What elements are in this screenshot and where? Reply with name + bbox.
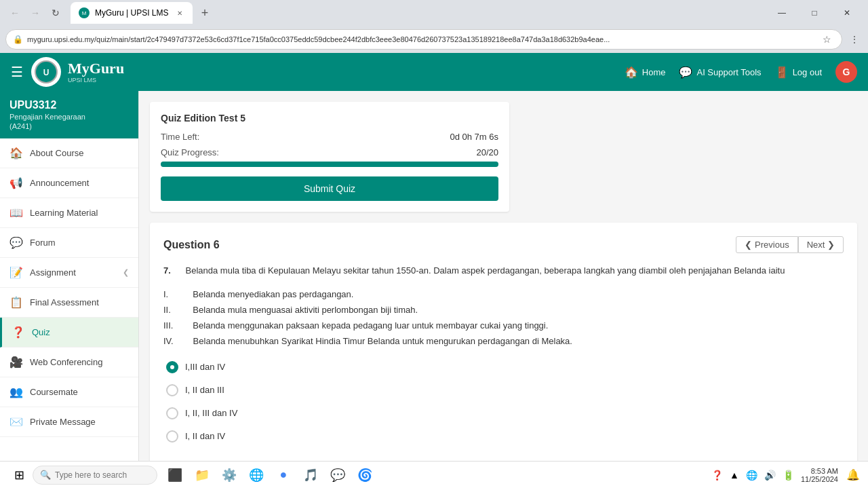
sidebar-label-announcement: Announcement (30, 178, 89, 188)
tab-close-button[interactable]: ✕ (175, 8, 184, 18)
quiz-info-card: Quiz Edition Test 5 Time Left: 0d 0h 7m … (150, 102, 509, 212)
file-manager-icon[interactable]: 📁 (190, 463, 214, 487)
browser-icon[interactable]: 🌐 (244, 463, 269, 487)
option-3[interactable]: I, II, III dan IV (163, 402, 844, 425)
browser-chrome: ← → ↻ M MyGuru | UPSI LMS ✕ + — □ ✕ (0, 0, 868, 26)
tray-volume-icon[interactable]: 🔊 (763, 468, 777, 482)
start-button[interactable]: ⊞ (5, 464, 33, 486)
sidebar-item-about-course[interactable]: 🏠 About Course (0, 138, 138, 168)
radio-option-3[interactable] (166, 407, 178, 419)
address-bar[interactable]: 🔒 myguru.upsi.edu.my/quiz/main/start/2c4… (5, 29, 842, 50)
assignment-arrow: ❮ (123, 268, 129, 277)
progress-label: Quiz Progress: (161, 147, 219, 157)
hamburger-menu[interactable]: ☰ (11, 64, 23, 80)
sidebar-label-assignment: Assignment (30, 267, 76, 278)
statement-IV: IV. Belanda menubuhkan Syarikat Hindia T… (163, 333, 844, 349)
sidebar: UPU3312 Pengajian Kenegaraan (A241) 🏠 Ab… (0, 91, 139, 488)
sidebar-item-announcement[interactable]: 📢 Announcement (0, 168, 138, 198)
tab-bar: M MyGuru | UPSI LMS ✕ + (71, 2, 761, 24)
task-view-icon[interactable]: ⬛ (163, 463, 187, 487)
search-box[interactable]: 🔍 (33, 466, 157, 485)
clock-area[interactable]: 8:53 AM 11/25/2024 (795, 466, 844, 485)
ai-support-link[interactable]: 💬 AI Support Tools (679, 66, 761, 79)
question-number: 7. (163, 265, 171, 276)
back-button[interactable]: ← (5, 3, 24, 22)
sidebar-label-private-message: Private Message (30, 417, 96, 427)
logo-image: U (31, 57, 61, 87)
tray-expand-icon[interactable]: ▲ (728, 468, 741, 482)
tray-network-icon[interactable]: 🌐 (745, 468, 759, 482)
statement-III: III. Belanda menggunakan paksaan kepada … (163, 318, 844, 333)
new-tab-button[interactable]: + (195, 3, 214, 22)
sidebar-item-quiz[interactable]: ❓ Quiz (0, 318, 138, 348)
option-2[interactable]: I, II dan III (163, 379, 844, 402)
logout-label: Log out (793, 67, 822, 77)
chrome-icon[interactable]: ● (271, 463, 296, 487)
option-1[interactable]: I,III dan IV (163, 356, 844, 379)
sidebar-item-coursemate[interactable]: 👥 Coursemate (0, 377, 138, 407)
option-4-text: I, II dan IV (185, 431, 225, 441)
clock-date: 11/25/2024 (801, 475, 838, 483)
home-link[interactable]: 🏠 Home (625, 66, 666, 79)
next-button-top[interactable]: Next ❯ (798, 236, 844, 253)
announcement-icon: 📢 (9, 176, 23, 189)
sidebar-item-private-message[interactable]: ✉️ Private Message (0, 407, 138, 437)
final-assessment-icon: 📋 (9, 296, 23, 309)
web-conferencing-icon: 🎥 (9, 356, 23, 369)
settings-icon[interactable]: ⚙️ (217, 463, 241, 487)
statement-I-text: Belanda menyediakan pas perdagangan. (193, 289, 353, 299)
tray-help-icon[interactable]: ❓ (710, 468, 724, 482)
reload-button[interactable]: ↻ (46, 3, 65, 22)
statement-I: I. Belanda menyediakan pas perdagangan. (163, 286, 844, 302)
home-icon: 🏠 (625, 66, 638, 79)
option-1-text: I,III dan IV (185, 362, 225, 372)
tray-battery-icon[interactable]: 🔋 (781, 468, 795, 482)
bookmark-button[interactable]: ☆ (818, 31, 835, 48)
app-icon-1[interactable]: 🎵 (298, 463, 323, 487)
active-tab[interactable]: M MyGuru | UPSI LMS ✕ (71, 2, 193, 24)
sidebar-item-assignment[interactable]: 📝 Assignment ❮ (0, 258, 138, 288)
maximize-window-button[interactable]: □ (799, 2, 830, 24)
sidebar-label-web-conferencing: Web Conferencing (30, 357, 102, 367)
prev-button-top[interactable]: ❮ Previous (736, 236, 797, 253)
app-icon-3[interactable]: 🌀 (353, 463, 377, 487)
taskbar: ⊞ 🔍 ⬛ 📁 ⚙️ 🌐 ● 🎵 💬 🌀 ❓ ▲ 🌐 🔊 🔋 8:53 AM 1… (0, 461, 868, 488)
assignment-icon: 📝 (9, 266, 23, 279)
logo-title: MyGuru (68, 60, 124, 77)
logout-link[interactable]: 🚪 Log out (775, 66, 822, 79)
window-controls: — □ ✕ (766, 2, 863, 24)
radio-option-4[interactable] (166, 430, 178, 443)
close-window-button[interactable]: ✕ (831, 2, 863, 24)
submit-quiz-button[interactable]: Submit Quiz (161, 176, 498, 201)
option-list: I,III dan IV I, II dan III I, II, III da… (163, 356, 844, 448)
forward-button[interactable]: → (26, 3, 45, 22)
course-header: UPU3312 Pengajian Kenegaraan (A241) (0, 91, 138, 138)
extensions-button[interactable]: ⋮ (846, 31, 863, 48)
sidebar-item-learning-material[interactable]: 📖 Learning Material (0, 198, 138, 228)
radio-option-2[interactable] (166, 384, 178, 396)
statement-II-text: Belanda mula menguasai aktiviti perlombo… (193, 305, 418, 315)
sidebar-label-final-assessment: Final Assessment (30, 297, 99, 307)
option-4[interactable]: I, II dan IV (163, 425, 844, 448)
user-avatar[interactable]: G (835, 61, 857, 83)
progress-value: 20/20 (476, 147, 498, 157)
tab-title: MyGuru | UPSI LMS (95, 8, 168, 18)
statement-IV-text: Belanda menubuhkan Syarikat Hindia Timur… (193, 336, 572, 346)
minimize-window-button[interactable]: — (766, 2, 797, 24)
coursemate-icon: 👥 (9, 386, 23, 398)
search-input[interactable] (55, 470, 150, 480)
question-body-text: Belanda mula tiba di Kepulauan Melayu se… (186, 265, 785, 276)
forum-icon: 💬 (9, 236, 23, 249)
radio-option-1[interactable] (166, 361, 178, 373)
question-title: Question 6 (163, 239, 220, 251)
sidebar-item-final-assessment[interactable]: 📋 Final Assessment (0, 288, 138, 318)
course-name: Pengajian Kenegaraan (9, 113, 129, 121)
notification-icon[interactable]: 🔔 (844, 466, 863, 485)
logo-area: U MyGuru UPSI LMS (31, 57, 124, 87)
option-3-text: I, II, III dan IV (185, 408, 237, 418)
sidebar-item-forum[interactable]: 💬 Forum (0, 228, 138, 258)
course-code: UPU3312 (9, 99, 129, 111)
app-icon-2[interactable]: 💬 (326, 463, 350, 487)
app-wrapper: ☰ U MyGuru UPSI LMS 🏠 Home 💬 AI Support … (0, 53, 868, 488)
sidebar-item-web-conferencing[interactable]: 🎥 Web Conferencing (0, 348, 138, 377)
